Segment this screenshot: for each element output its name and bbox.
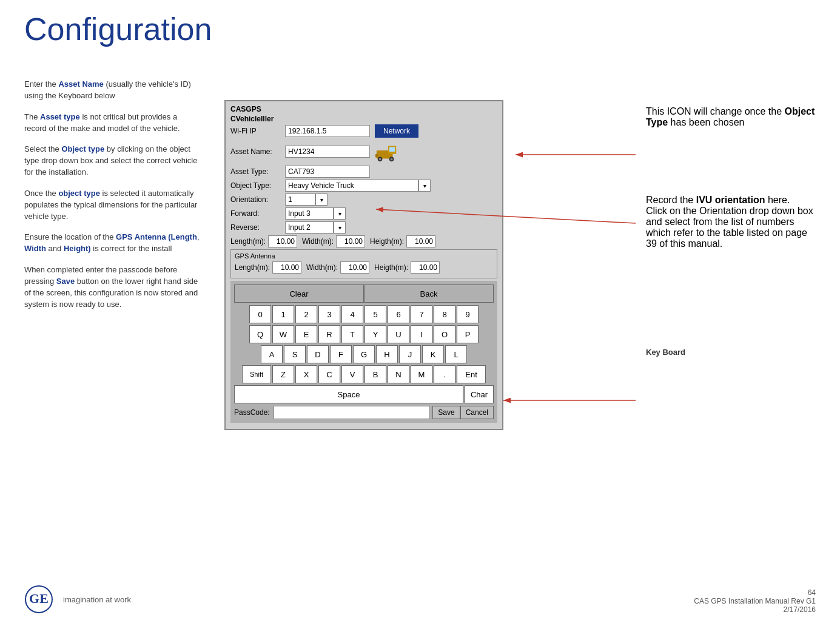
key-v[interactable]: V [341,365,363,383]
height-bold: Height) [64,244,91,253]
back-button[interactable]: Back [364,284,494,303]
length-input[interactable] [268,235,297,247]
key-l[interactable]: L [445,345,467,363]
keyboard-note: Key Board [646,348,685,357]
key-n[interactable]: N [388,365,409,383]
clear-button[interactable]: Clear [234,284,364,303]
key-e[interactable]: E [295,325,317,343]
key-t[interactable]: T [341,325,363,343]
shift-button[interactable]: Shift [242,365,271,383]
wifi-row: Wi-Fi IP Network [230,124,497,138]
gps-label: GPS Antenna [235,252,493,260]
object-type-arrow[interactable]: ▾ [418,180,431,192]
vehicle-icon [375,140,399,164]
save-bold: Save [56,277,75,286]
key-2[interactable]: 2 [295,305,317,323]
number-row: 0 1 2 3 4 5 6 7 8 9 [234,305,494,323]
key-9[interactable]: 9 [457,305,479,323]
page-title: Configuration [0,0,840,47]
key-h[interactable]: H [376,345,398,363]
instruction-1: Enter the Asset Name (usually the vehicl… [24,79,200,102]
passcode-input[interactable] [274,406,431,419]
object-type-label: Object Type: [230,181,285,190]
wifi-input[interactable] [285,125,370,137]
space-row: Space Char [234,385,494,403]
icon-note-text: This ICON will change once the Object Ty… [646,106,816,128]
width-label: Width(m): [302,237,334,246]
key-r[interactable]: R [318,325,340,343]
key-7[interactable]: 7 [411,305,432,323]
enter-button[interactable]: Ent [457,365,486,383]
key-5[interactable]: 5 [365,305,386,323]
network-button[interactable]: Network [375,124,418,138]
instruction-3: Select the Object type by clicking on th… [24,144,200,178]
device-panel: CASGPS CVehicleIller Wi-Fi IP Network As… [224,100,503,430]
key-x[interactable]: X [295,365,317,383]
key-3[interactable]: 3 [318,305,340,323]
passcode-label: PassCode: [234,408,270,417]
gps-length-input[interactable] [272,261,301,274]
reverse-input[interactable] [285,221,334,234]
reverse-dropdown-wrapper[interactable]: ▾ [285,221,346,234]
key-a[interactable]: A [261,345,283,363]
key-4[interactable]: 4 [341,305,363,323]
cancel-button[interactable]: Cancel [460,406,494,419]
forward-input[interactable] [285,207,334,220]
asset-name-row: Asset Name: [230,140,497,164]
key-b[interactable]: B [365,365,386,383]
reverse-arrow[interactable]: ▾ [334,221,346,234]
key-z[interactable]: Z [272,365,294,383]
key-s[interactable]: S [284,345,306,363]
key-k[interactable]: K [422,345,444,363]
orientation-dropdown-wrapper[interactable]: ▾ [285,194,328,206]
height-input[interactable] [406,235,435,247]
gps-antenna-box: GPS Antenna Length(m): Width(m): Heigth(… [230,249,497,278]
asset-name-input[interactable] [285,146,370,158]
object-type-dropdown-wrapper[interactable]: ▾ [285,180,431,192]
footer-right: 64 CAS GPS Installation Manual Rev G1 2/… [694,588,816,614]
svg-point-4 [379,158,381,160]
key-j[interactable]: J [399,345,421,363]
gps-width-input[interactable] [340,261,369,274]
key-q[interactable]: Q [249,325,271,343]
orientation-input[interactable] [285,194,315,206]
key-i[interactable]: I [411,325,432,343]
ivu-note-text: Record the IVU orientation here. Click o… [646,195,816,249]
key-u[interactable]: U [388,325,409,343]
key-d[interactable]: D [307,345,329,363]
forward-arrow[interactable]: ▾ [334,207,346,220]
key-g[interactable]: G [353,345,375,363]
key-8[interactable]: 8 [434,305,455,323]
key-c[interactable]: C [318,365,340,383]
space-button[interactable]: Space [234,385,463,403]
instruction-5: Ensure the location of the GPS Antenna (… [24,232,200,255]
page-number: 64 [694,588,816,597]
key-y[interactable]: Y [365,325,386,343]
key-o[interactable]: O [434,325,455,343]
char-button[interactable]: Char [465,385,494,403]
key-m[interactable]: M [411,365,432,383]
orientation-arrow[interactable]: ▾ [315,194,328,206]
width-input[interactable] [336,235,365,247]
forward-dropdown-wrapper[interactable]: ▾ [285,207,346,220]
gps-length-label: Length(m): [235,263,270,272]
key-p[interactable]: P [457,325,479,343]
object-type-input[interactable] [285,180,418,192]
asdf-row: A S D F G H J K L [234,345,494,363]
right-annotations: This ICON will change once the Object Ty… [646,106,816,357]
asset-type-input[interactable] [285,166,370,178]
width-bold: Width [24,244,46,253]
gps-height-input[interactable] [411,261,440,274]
key-w[interactable]: W [272,325,294,343]
key-0[interactable]: 0 [249,305,271,323]
key-f[interactable]: F [330,345,352,363]
asset-name-bold: Asset Name [58,79,103,89]
key-6[interactable]: 6 [388,305,409,323]
key-1[interactable]: 1 [272,305,294,323]
key-dot[interactable]: . [434,365,455,383]
object-type-note-bold: Object Type [646,106,815,127]
object-type-row: Object Type: ▾ [230,180,497,192]
ivu-bold: IVU orientation [696,195,765,205]
svg-rect-2 [389,147,395,152]
save-button[interactable]: Save [432,406,460,419]
